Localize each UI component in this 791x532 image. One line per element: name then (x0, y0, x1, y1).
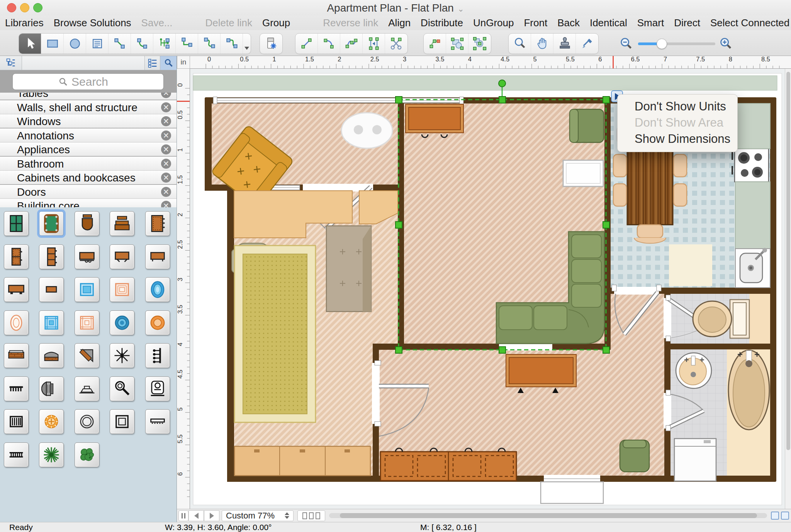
page-next-button[interactable] (204, 510, 219, 521)
split-tool-icon[interactable] (385, 34, 407, 54)
zoom-out-icon[interactable] (618, 36, 634, 52)
stamp-tool-icon[interactable] (553, 34, 576, 54)
menu-item-libraries[interactable]: Libraries (5, 17, 44, 29)
connector-rounded-tool-icon[interactable] (221, 34, 243, 54)
page-prev-button[interactable] (188, 510, 204, 521)
draw-arc-tool-icon[interactable] (318, 34, 340, 54)
shape-ceiling-light[interactable] (75, 376, 99, 401)
split-view-icon[interactable] (771, 512, 779, 520)
shape-fireplace-mantel[interactable] (39, 343, 64, 368)
shape-desk-2[interactable] (110, 244, 134, 269)
zoom-slider-knob[interactable] (657, 39, 667, 49)
menu-item-back[interactable]: Back (557, 17, 580, 29)
connect-midpoints-tool-icon[interactable] (363, 34, 385, 54)
menu-item-align[interactable]: Align (388, 17, 411, 29)
close-library-icon[interactable]: ✕ (161, 116, 171, 126)
toilet[interactable] (693, 300, 749, 338)
shape-fireplace[interactable] (4, 343, 29, 368)
close-library-icon[interactable]: ✕ (161, 130, 171, 141)
pan-tool-icon[interactable] (531, 34, 553, 54)
drawing-canvas[interactable]: Don't Show UnitsDon't Show AreaShow Dime… (190, 69, 785, 509)
group-shapes-tool-icon[interactable] (446, 34, 468, 54)
shape-fireplace-corner[interactable] (75, 343, 99, 368)
title-chevron-icon[interactable]: ⌄ (458, 5, 464, 13)
shape-coffee-table[interactable] (39, 277, 64, 302)
library-item-building-core[interactable]: Building core✕ (0, 198, 177, 207)
shape-radiator[interactable] (4, 376, 29, 401)
stove[interactable] (732, 149, 769, 182)
close-library-icon[interactable]: ✕ (161, 187, 171, 197)
style-eraser-tool-icon[interactable] (260, 34, 282, 54)
shape-desk[interactable] (75, 244, 99, 269)
shape-plant[interactable] (39, 442, 64, 467)
shape-rug-round-orange[interactable] (145, 310, 170, 335)
shape-dressing-mirror[interactable] (145, 376, 170, 401)
close-library-icon[interactable]: ✕ (161, 93, 171, 98)
living-armchair-green[interactable] (570, 109, 604, 142)
close-library-icon[interactable]: ✕ (161, 159, 171, 169)
tree-view-icon[interactable] (0, 56, 22, 70)
study-cabinets[interactable] (234, 446, 370, 476)
select-tool-icon[interactable] (19, 34, 41, 54)
ellipse-tool-icon[interactable] (64, 34, 86, 54)
menu-item-browse-solutions[interactable]: Browse Solutions (54, 17, 131, 29)
connector-arc-tool-icon[interactable] (131, 34, 153, 54)
library-item-walls-shell-and-structure[interactable]: Walls, shell and structure✕ (0, 100, 177, 114)
bathroom-sink[interactable] (676, 353, 711, 388)
kitchen-sink[interactable] (735, 248, 770, 288)
context-menu-item-don-t-show-units[interactable]: Don't Show Units (618, 98, 737, 115)
connector-line-tool-icon[interactable] (109, 34, 131, 54)
shape-shelf[interactable] (145, 409, 170, 434)
vertical-scrollbar[interactable] (785, 69, 791, 509)
reroute-tool-icon[interactable] (424, 34, 446, 54)
shape-track-rail[interactable] (4, 442, 29, 467)
close-library-icon[interactable]: ✕ (161, 173, 171, 183)
living-sideboard[interactable] (406, 104, 463, 137)
connector-curve-tool-icon[interactable] (198, 34, 221, 54)
connector-elbow-tool-icon[interactable] (176, 34, 198, 54)
shape-coat-rack[interactable] (145, 343, 170, 368)
shape-upright-piano[interactable] (110, 211, 134, 236)
shape-desk-3[interactable] (145, 244, 170, 269)
bathtub[interactable] (728, 350, 769, 430)
draw-bezier-tool-icon[interactable] (340, 34, 363, 54)
close-library-icon[interactable]: ✕ (161, 144, 171, 154)
search-field[interactable] (12, 73, 164, 90)
shape-sideboard[interactable] (4, 277, 29, 302)
shape-table-green[interactable] (4, 211, 29, 236)
connector-tree-tool-icon[interactable] (153, 34, 176, 54)
kitchen-rug[interactable] (669, 244, 712, 286)
menu-item-distribute[interactable]: Distribute (421, 17, 463, 29)
library-item-tables[interactable]: Tables✕ (0, 93, 177, 100)
shape-rug-oval-peach[interactable] (4, 310, 29, 335)
menu-item-identical[interactable]: Identical (590, 17, 627, 29)
page-view-button[interactable] (297, 510, 325, 521)
connector-dropdown-icon[interactable] (243, 34, 251, 54)
wardrobe[interactable] (326, 226, 371, 312)
shape-plate[interactable] (75, 409, 99, 434)
zoom-slider-track[interactable] (638, 42, 715, 45)
context-menu-item-show-dimensions[interactable]: Show Dimensions (618, 131, 737, 147)
library-item-windows[interactable]: Windows✕ (0, 114, 177, 128)
shape-tv-set[interactable] (39, 376, 64, 401)
rectangle-tool-icon[interactable] (41, 34, 64, 54)
search-input[interactable] (71, 75, 118, 88)
kitchen-counter-right-1[interactable] (735, 103, 770, 149)
library-item-cabinets-and-bookcases[interactable]: Cabinets and bookcases✕ (0, 170, 177, 185)
library-item-doors[interactable]: Doors✕ (0, 185, 177, 199)
shape-rug-square-blue[interactable] (39, 310, 64, 335)
close-library-icon[interactable]: ✕ (161, 102, 171, 112)
shape-wardrobe-2[interactable] (39, 244, 64, 269)
pane-splitter-button[interactable] (178, 510, 188, 521)
draw-line-tool-icon[interactable] (295, 34, 318, 54)
shape-grand-piano[interactable] (75, 211, 99, 236)
menu-item-smart[interactable]: Smart (637, 17, 664, 29)
study-rug[interactable] (234, 246, 316, 422)
horizontal-scroll-thumb[interactable] (340, 513, 757, 518)
library-item-annotations[interactable]: Annotations✕ (0, 128, 177, 142)
tv-stand[interactable] (506, 354, 576, 393)
shape-pool-table[interactable] (39, 211, 64, 236)
menu-item-ungroup[interactable]: UnGroup (473, 17, 514, 29)
kitchen-counter-right-2[interactable] (735, 182, 770, 249)
shape-window-frame[interactable] (110, 409, 134, 434)
